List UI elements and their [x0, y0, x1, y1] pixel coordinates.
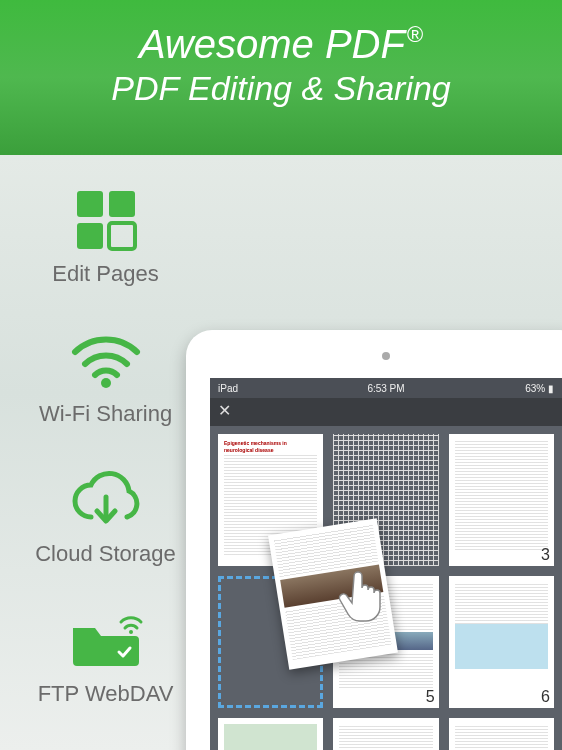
feature-label: Edit Pages — [28, 261, 183, 287]
app-title: Awesome PDF® — [0, 22, 562, 67]
pdf-page[interactable] — [333, 718, 438, 750]
pdf-page[interactable]: 9 — [449, 718, 554, 750]
pdf-page[interactable]: 3 — [449, 434, 554, 566]
main: Edit Pages Wi-Fi Sharing Cloud Storage F… — [0, 155, 562, 750]
page-number: 6 — [541, 687, 550, 706]
header: Awesome PDF® PDF Editing & Sharing — [0, 0, 562, 155]
feature-sidebar: Edit Pages Wi-Fi Sharing Cloud Storage F… — [0, 155, 200, 745]
status-device: iPad — [218, 383, 330, 394]
feature-label: FTP WebDAV — [28, 681, 183, 707]
svg-point-6 — [129, 630, 133, 634]
feature-edit-pages: Edit Pages — [28, 185, 183, 287]
feature-ftp-webdav: FTP WebDAV — [28, 605, 183, 707]
ipad-device: iPad 6:53 PM 63% ▮ ✕ Epigenetic mechanis… — [186, 330, 562, 750]
app-subtitle: PDF Editing & Sharing — [0, 69, 562, 108]
pdf-page[interactable]: 6 — [449, 576, 554, 708]
folder-wifi-icon — [67, 605, 145, 675]
close-icon[interactable]: ✕ — [218, 402, 231, 419]
page-number: 3 — [541, 545, 550, 564]
grid-icon — [67, 185, 145, 255]
feature-cloud-storage: Cloud Storage — [28, 465, 183, 567]
pdf-page[interactable]: 7 — [218, 718, 323, 750]
feature-label: Cloud Storage — [28, 541, 183, 567]
status-bar: iPad 6:53 PM 63% ▮ — [210, 378, 562, 398]
hand-cursor-icon — [338, 570, 384, 626]
toolbar: ✕ — [210, 398, 562, 426]
feature-label: Wi-Fi Sharing — [28, 401, 183, 427]
page-number: 5 — [426, 687, 435, 706]
status-battery: 63% ▮ — [442, 383, 554, 394]
svg-rect-2 — [77, 223, 103, 249]
svg-rect-0 — [77, 191, 103, 217]
feature-wifi-sharing: Wi-Fi Sharing — [28, 325, 183, 427]
wifi-icon — [67, 325, 145, 395]
cloud-download-icon — [67, 465, 145, 535]
svg-rect-1 — [109, 191, 135, 217]
ipad-screen[interactable]: iPad 6:53 PM 63% ▮ ✕ Epigenetic mechanis… — [210, 378, 562, 750]
svg-point-4 — [101, 378, 111, 388]
svg-rect-3 — [109, 223, 135, 249]
status-time: 6:53 PM — [330, 383, 442, 394]
